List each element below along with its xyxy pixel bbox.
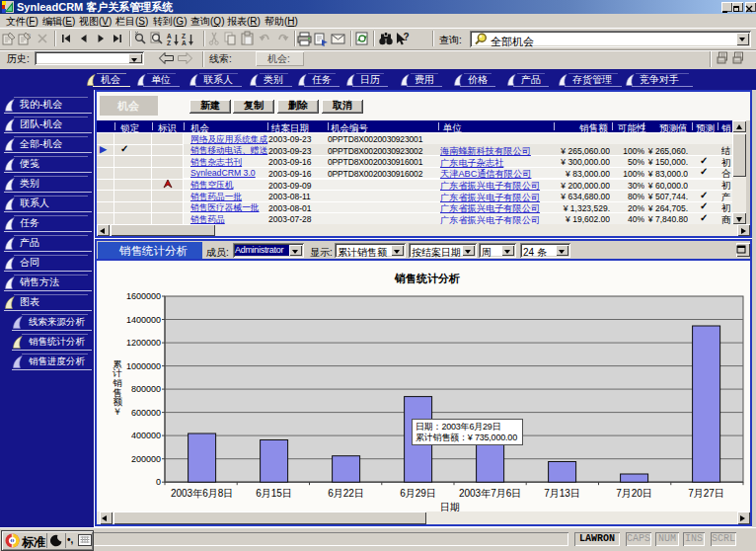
svg-text:1200000: 1200000 (126, 338, 161, 348)
svg-text:6月15日: 6月15日 (256, 488, 292, 499)
svg-text:A: A (182, 39, 187, 46)
svg-text:1600000: 1600000 (126, 291, 161, 301)
svg-text:400000: 400000 (131, 431, 161, 440)
svg-text:销售统计分析: 销售统计分析 (394, 273, 460, 284)
svg-text:6月29日: 6月29日 (400, 488, 436, 499)
svg-text:1000000: 1000000 (126, 361, 161, 371)
svg-text:A: A (167, 33, 172, 39)
svg-text:￥: ￥ (113, 406, 122, 417)
svg-text:1400000: 1400000 (126, 315, 161, 325)
svg-text:800000: 800000 (131, 384, 161, 394)
svg-text:0: 0 (156, 477, 161, 487)
svg-text:Z: Z (167, 39, 171, 46)
svg-text:2003年6月8日: 2003年6月8日 (171, 488, 233, 499)
svg-text:6月22日: 6月22日 (328, 488, 364, 499)
svg-text:7月20日: 7月20日 (616, 488, 652, 499)
svg-text:Z: Z (182, 33, 186, 39)
svg-text:2003年7月6日: 2003年7月6日 (459, 488, 521, 499)
svg-text:600000: 600000 (131, 408, 161, 418)
svg-text:7月27日: 7月27日 (688, 488, 724, 499)
svg-text:7月13日: 7月13日 (544, 488, 580, 499)
svg-text:?: ? (27, 33, 31, 39)
svg-text:?: ? (404, 32, 410, 42)
svg-text:200000: 200000 (131, 454, 161, 464)
svg-text:日期: 日期 (440, 502, 460, 512)
